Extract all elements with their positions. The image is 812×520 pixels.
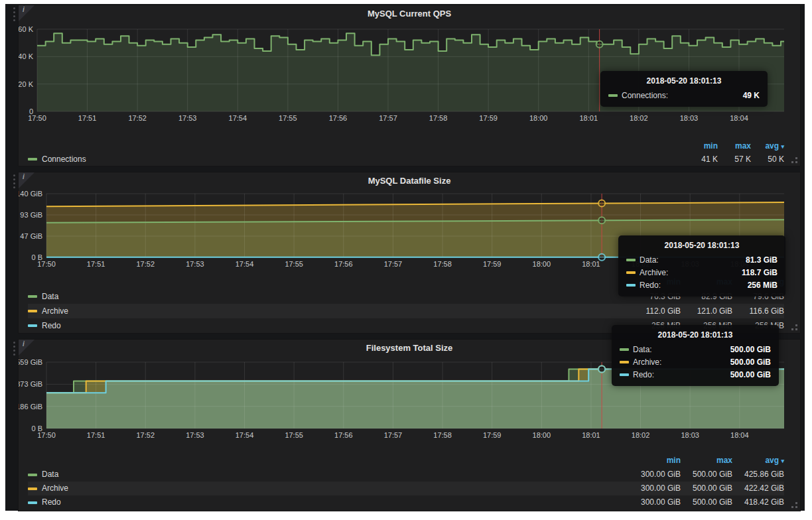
legend-series-label: Data bbox=[42, 289, 58, 304]
tooltip-series-value: 256 MiB bbox=[748, 281, 778, 290]
series-dash-icon bbox=[620, 361, 629, 363]
legend-sort-avg[interactable]: avg ▾ bbox=[751, 141, 784, 151]
grafana-dashboard: i MySQL Current QPS 020 K40 K60 K17:5017… bbox=[5, 4, 805, 511]
legend-sort-max[interactable]: max bbox=[681, 454, 732, 468]
tooltip-series-label: Data: bbox=[640, 255, 746, 265]
svg-text:17:52: 17:52 bbox=[136, 260, 155, 268]
legend-item-redo[interactable]: Redo bbox=[28, 318, 629, 333]
stat-avg: 50 K bbox=[751, 155, 784, 164]
svg-text:17:54: 17:54 bbox=[236, 260, 254, 268]
svg-text:17:51: 17:51 bbox=[78, 114, 97, 122]
svg-text:17:51: 17:51 bbox=[87, 260, 105, 268]
svg-text:17:58: 17:58 bbox=[433, 431, 452, 439]
svg-text:17:50: 17:50 bbox=[28, 114, 46, 122]
legend-item-connections[interactable]: Connections bbox=[28, 155, 86, 164]
svg-text:17:50: 17:50 bbox=[37, 431, 56, 439]
series-dash-icon bbox=[626, 284, 636, 287]
svg-text:18:04: 18:04 bbox=[730, 114, 748, 122]
panel-mysql-datafile-size: i MySQL Datafile Size 0 B47 GiB93 GiB140… bbox=[19, 172, 800, 333]
tooltip-timestamp: 2018-05-20 18:01:13 bbox=[608, 76, 760, 86]
legend-series-label: Redo bbox=[42, 318, 61, 333]
svg-text:18:02: 18:02 bbox=[630, 114, 648, 122]
tooltip-series-label: Redo: bbox=[633, 370, 730, 379]
stat-max: 121.0 GiB bbox=[681, 304, 732, 318]
svg-text:17:58: 17:58 bbox=[429, 114, 448, 122]
tooltip-series-label: Archive: bbox=[640, 268, 742, 277]
legend-series-row: Connections 41 K 57 K 50 K bbox=[28, 153, 784, 166]
tooltip-row: Data: 500.00 GiB bbox=[620, 343, 771, 356]
series-dash-icon bbox=[608, 94, 618, 97]
svg-text:17:57: 17:57 bbox=[379, 114, 397, 122]
legend-item-data[interactable]: Data bbox=[28, 468, 629, 482]
stat-avg: 418.42 GiB bbox=[732, 495, 784, 509]
stat-avg: 425.86 GiB bbox=[732, 468, 784, 482]
legend-item-redo[interactable]: Redo bbox=[28, 495, 629, 509]
series-dash-icon bbox=[28, 474, 37, 476]
svg-text:17:59: 17:59 bbox=[483, 260, 502, 268]
legend-item-data[interactable]: Data bbox=[28, 289, 629, 304]
svg-text:18:00: 18:00 bbox=[533, 260, 551, 268]
panel-resize-handle[interactable] bbox=[795, 161, 797, 163]
chevron-down-icon: ▾ bbox=[781, 458, 784, 464]
legend-series-label: Archive bbox=[42, 482, 68, 495]
svg-text:373 GiB: 373 GiB bbox=[19, 380, 42, 388]
stat-max: 500.00 GiB bbox=[681, 482, 732, 495]
tooltip-series-value: 500.00 GiB bbox=[730, 358, 771, 367]
tooltip-series-label: Data: bbox=[633, 345, 730, 354]
tooltip-series-value: 49 K bbox=[743, 91, 760, 100]
legend-sort-min[interactable]: min bbox=[685, 141, 718, 151]
svg-text:140 GiB: 140 GiB bbox=[19, 190, 42, 198]
svg-text:17:53: 17:53 bbox=[186, 260, 204, 268]
legend-item-archive[interactable]: Archive bbox=[28, 482, 629, 495]
svg-text:17:53: 17:53 bbox=[178, 114, 197, 122]
svg-text:60 K: 60 K bbox=[19, 25, 34, 33]
tooltip-row: Archive: 500.00 GiB bbox=[620, 356, 771, 368]
panel-resize-handle[interactable] bbox=[795, 328, 797, 330]
panel-drag-handle[interactable] bbox=[13, 342, 15, 344]
svg-text:18:04: 18:04 bbox=[730, 431, 749, 439]
svg-text:17:56: 17:56 bbox=[334, 431, 353, 439]
legend: min max avg ▾ Connections 41 K 57 K 50 K bbox=[28, 139, 784, 166]
panel-drag-handle[interactable] bbox=[13, 7, 15, 9]
svg-text:47 GiB: 47 GiB bbox=[20, 232, 42, 240]
series-dash-icon bbox=[626, 259, 636, 261]
svg-text:18:01: 18:01 bbox=[580, 114, 598, 122]
svg-text:17:55: 17:55 bbox=[285, 431, 303, 439]
legend-header-row: min max avg ▾ bbox=[28, 139, 784, 153]
chevron-down-icon: ▾ bbox=[781, 143, 784, 150]
legend-sort-avg[interactable]: avg ▾ bbox=[732, 454, 784, 468]
stat-min: 300.00 GiB bbox=[629, 495, 681, 509]
tooltip-series-value: 500.00 GiB bbox=[730, 345, 771, 354]
series-dash-icon bbox=[620, 348, 629, 351]
stat-min: 300.00 GiB bbox=[629, 482, 681, 495]
svg-text:18:01: 18:01 bbox=[582, 260, 600, 268]
series-dash-icon bbox=[28, 501, 37, 504]
tooltip-series-label: Redo: bbox=[640, 281, 748, 290]
svg-text:17:53: 17:53 bbox=[186, 431, 204, 439]
tooltip-series-label: Archive: bbox=[633, 358, 730, 367]
svg-text:18:02: 18:02 bbox=[632, 431, 650, 439]
legend-item-archive[interactable]: Archive bbox=[28, 304, 629, 318]
tooltip-row: Redo: 256 MiB bbox=[626, 279, 778, 291]
tooltip-series-value: 500.00 GiB bbox=[730, 370, 771, 379]
svg-text:17:59: 17:59 bbox=[483, 431, 502, 439]
svg-text:40 K: 40 K bbox=[19, 52, 34, 60]
legend-table: min max avg ▾ Data 300.00 GiB 500.00 GiB… bbox=[28, 454, 784, 509]
svg-text:559 GiB: 559 GiB bbox=[19, 358, 42, 366]
svg-text:18:00: 18:00 bbox=[533, 431, 551, 439]
stat-max: 500.00 GiB bbox=[681, 468, 732, 482]
svg-text:17:57: 17:57 bbox=[384, 260, 403, 268]
panel-filesystem-total-size: i Filesystem Total Size 0 B186 GiB373 Gi… bbox=[19, 340, 800, 511]
svg-text:17:52: 17:52 bbox=[136, 431, 155, 439]
legend-sort-min[interactable]: min bbox=[629, 454, 681, 468]
legend-sort-max[interactable]: max bbox=[718, 141, 751, 151]
svg-text:20 K: 20 K bbox=[19, 80, 34, 88]
series-dash-icon bbox=[28, 310, 37, 312]
panel-resize-handle[interactable] bbox=[795, 506, 797, 508]
tooltip-row: Archive: 118.7 GiB bbox=[626, 266, 778, 279]
panel-title[interactable]: MySQL Current QPS bbox=[19, 9, 800, 19]
svg-text:17:51: 17:51 bbox=[87, 431, 105, 439]
panel-title[interactable]: MySQL Datafile Size bbox=[19, 176, 800, 186]
stat-min: 300.00 GiB bbox=[629, 468, 681, 482]
panel-drag-handle[interactable] bbox=[13, 174, 15, 176]
